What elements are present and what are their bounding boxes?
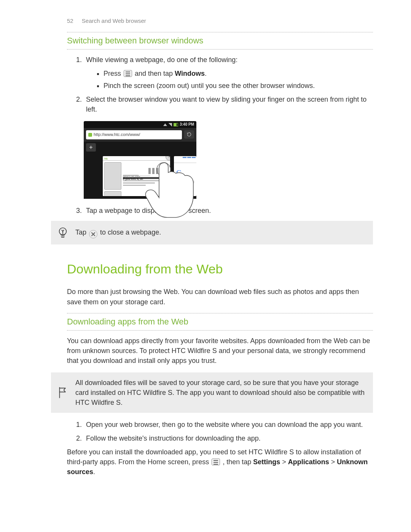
step-1: While viewing a webpage, do one of the f… [84, 55, 373, 91]
favicon-icon [88, 133, 92, 137]
menu-icon [124, 70, 132, 77]
add-tab-button: + [86, 143, 96, 152]
download-intro: Do more than just browsing the Web. You … [67, 287, 373, 307]
tip-box: Tap to close a webpage. [51, 221, 373, 244]
tabs-row: + [84, 142, 196, 153]
download-steps: Open your web browser, then go to the we… [67, 420, 373, 443]
reload-button [184, 130, 194, 139]
note-text: All downloaded files will be saved to yo… [75, 378, 368, 407]
install-paragraph: Before you can install the downloaded ap… [67, 447, 373, 477]
step-3: Tap a webpage to display it in full scre… [84, 206, 373, 216]
subheading-switching: Switching between browser windows [67, 32, 373, 50]
page-header: 52 Search and Web browser [67, 17, 373, 25]
dl-step-1: Open your web browser, then go to the we… [84, 420, 373, 430]
settings-label: Settings [253, 458, 280, 466]
flag-icon [56, 386, 69, 399]
svg-rect-1 [152, 168, 155, 174]
signal-icon [169, 123, 172, 126]
url-text: http://www.htc.com/www/ [94, 132, 140, 138]
heading-downloading: Downloading from the Web [67, 260, 373, 278]
battery-icon [174, 123, 178, 126]
subheading-dl-apps: Downloading apps from the Web [67, 313, 373, 331]
tip-text: Tap to close a webpage. [75, 227, 161, 238]
close-icon [89, 230, 97, 238]
bullet-pinch: Pinch the screen (zoom out) until you se… [104, 81, 373, 91]
bullet-press-menu: Press and then tap Windows. [104, 69, 373, 78]
tip-bulb-icon [56, 226, 69, 239]
switching-steps-cont: Tap a webpage to display it in full scre… [67, 206, 373, 216]
dl-apps-paragraph: You can download apps directly from your… [67, 336, 373, 366]
step-2: Select the browser window you want to vi… [84, 94, 373, 114]
browser-windows-illustration: 3:40 PM http://www.htc.com/www/ + × htc [84, 121, 209, 199]
applications-label: Applications [288, 458, 329, 466]
step-1-bullets: Press and then tap Windows. Pinch the sc… [86, 69, 373, 91]
menu-icon [212, 459, 220, 465]
windows-label: Windows [175, 70, 205, 77]
section-title: Search and Web browser [82, 18, 146, 24]
address-field: http://www.htc.com/www/ [86, 130, 182, 139]
clock-time: 3:40 PM [180, 122, 194, 128]
step-1-text: While viewing a webpage, do one of the f… [86, 56, 237, 64]
url-bar: http://www.htc.com/www/ [84, 128, 196, 142]
note-box: All downloaded files will be saved to yo… [51, 372, 373, 413]
swipe-hand-icon [133, 153, 209, 218]
switching-steps: While viewing a webpage, do one of the f… [67, 55, 373, 114]
wifi-icon [163, 123, 167, 126]
status-bar: 3:40 PM [84, 121, 196, 128]
svg-rect-0 [148, 168, 151, 174]
page-number: 52 [67, 18, 73, 24]
dl-step-2: Follow the website's instructions for do… [84, 433, 373, 443]
